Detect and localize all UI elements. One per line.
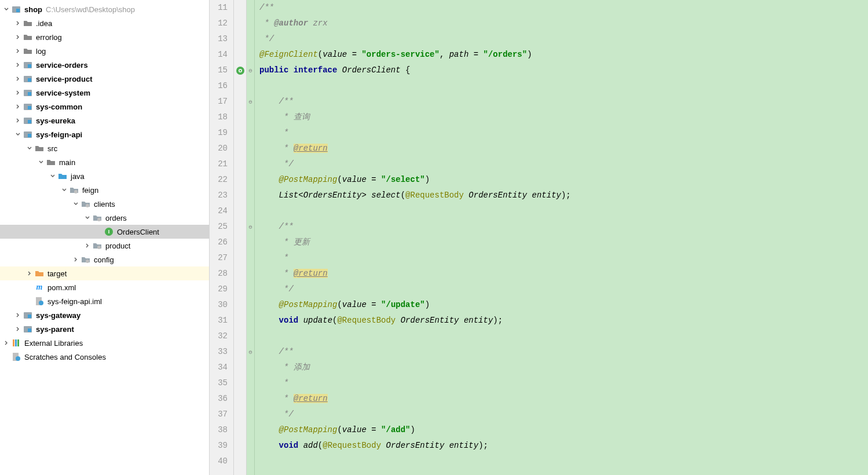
chevron-right-icon[interactable] [14, 75, 22, 83]
code-line[interactable] [255, 454, 868, 469]
tree-item-feign[interactable]: feign [0, 183, 209, 197]
code-area[interactable]: /** * @author zrx */@FeignClient(value =… [255, 0, 868, 475]
tree-item-target[interactable]: target [0, 266, 209, 280]
code-line[interactable]: @PostMapping(value = "/update") [255, 297, 868, 313]
tree-item-orders[interactable]: orders [0, 211, 209, 225]
tree-item-label: config [94, 255, 114, 264]
line-number: 18 [210, 109, 228, 125]
tree-item-service-product[interactable]: service-product [0, 72, 209, 86]
tree-item-label: service-product [36, 75, 93, 83]
code-line[interactable]: /** [255, 94, 868, 109]
tree-item-log[interactable]: log [0, 44, 209, 58]
tree-item-sys-gateway[interactable]: sys-gateway [0, 308, 209, 322]
code-line[interactable]: * @return [255, 266, 868, 282]
code-line[interactable]: */ [255, 156, 868, 172]
code-line[interactable]: void add(@RequestBody OrdersEntity entit… [255, 438, 868, 454]
code-line[interactable]: void update(@RequestBody OrdersEntity en… [255, 313, 868, 328]
tree-item-sys-parent[interactable]: sys-parent [0, 322, 209, 336]
tree-item-java[interactable]: java [0, 169, 209, 183]
fold-mark[interactable]: ⊖ [247, 344, 254, 360]
fold-mark [247, 235, 254, 250]
chevron-right-icon[interactable] [72, 255, 80, 264]
code-line[interactable]: /** [255, 0, 868, 16]
code-line[interactable]: */ [255, 31, 868, 47]
tree-item-service-system[interactable]: service-system [0, 86, 209, 100]
tree-item--idea[interactable]: .idea [0, 16, 209, 30]
code-line[interactable]: List<OrdersEntity> select(@RequestBody O… [255, 188, 868, 203]
code-line[interactable]: * @author zrx [255, 16, 868, 31]
chevron-down-icon[interactable] [83, 214, 91, 222]
gutter-icon-slot [234, 0, 246, 16]
tree-item-main[interactable]: main [0, 155, 209, 169]
fold-mark [247, 266, 254, 282]
chevron-right-icon[interactable] [14, 47, 22, 55]
chevron-right-icon[interactable] [14, 89, 22, 97]
tree-item-pom-xml[interactable]: mpom.xml [0, 280, 209, 294]
gutter-icons[interactable] [234, 0, 247, 475]
chevron-right-icon[interactable] [14, 325, 22, 333]
tree-item-external-libraries[interactable]: External Libraries [0, 336, 209, 350]
code-line[interactable]: * @return [255, 391, 868, 407]
code-line[interactable]: @PostMapping(value = "/select") [255, 172, 868, 188]
code-line[interactable]: /** [255, 219, 868, 235]
tree-item-label: orders [105, 214, 127, 222]
fold-mark[interactable]: ⊖ [247, 219, 254, 235]
tree-item-sys-eureka[interactable]: sys-eureka [0, 114, 209, 127]
tree-item-clients[interactable]: clients [0, 197, 209, 211]
tree-item-config[interactable]: config [0, 253, 209, 266]
chevron-right-icon[interactable] [14, 103, 22, 111]
tree-item-shop[interactable]: shopC:\Users\wd\Desktop\shop [0, 2, 209, 16]
chevron-right-icon[interactable] [2, 339, 10, 347]
tree-item-src[interactable]: src [0, 141, 209, 155]
chevron-down-icon[interactable] [2, 5, 10, 13]
package-icon [81, 199, 90, 209]
tree-item-service-orders[interactable]: service-orders [0, 58, 209, 72]
code-line[interactable]: * 更新 [255, 235, 868, 250]
code-line[interactable]: * [255, 125, 868, 141]
code-line[interactable] [255, 203, 868, 219]
code-line[interactable]: * 添加 [255, 360, 868, 375]
gutter-icon-slot [234, 454, 246, 469]
chevron-right-icon[interactable] [14, 33, 22, 41]
code-line[interactable]: * @return [255, 141, 868, 156]
tree-item-scratches-and-consoles[interactable]: Scratches and Consoles [0, 350, 209, 364]
tree-item-product[interactable]: product [0, 239, 209, 253]
code-line[interactable]: @FeignClient(value = "orders-service", p… [255, 47, 868, 63]
fold-gutter[interactable]: ⊖⊖⊖⊖ [247, 0, 255, 475]
tree-item-sys-feign-api[interactable]: sys-feign-api [0, 127, 209, 141]
code-line[interactable]: * [255, 375, 868, 391]
code-line[interactable]: * [255, 250, 868, 266]
chevron-right-icon[interactable] [83, 242, 91, 250]
code-line[interactable] [255, 78, 868, 94]
chevron-down-icon[interactable] [25, 144, 34, 152]
chevron-right-icon[interactable] [14, 61, 22, 69]
chevron-down-icon[interactable] [49, 172, 57, 180]
chevron-right-icon[interactable] [14, 116, 22, 125]
code-line[interactable]: */ [255, 282, 868, 297]
chevron-down-icon[interactable] [37, 158, 45, 166]
chevron-down-icon[interactable] [72, 200, 80, 208]
fold-mark[interactable]: ⊖ [247, 63, 254, 78]
project-tree-panel[interactable]: shopC:\Users\wd\Desktop\shop.ideaerrorlo… [0, 0, 210, 475]
gutter-icon-slot[interactable] [234, 63, 246, 78]
tree-item-sys-feign-api-iml[interactable]: sys-feign-api.iml [0, 294, 209, 308]
code-line[interactable] [255, 328, 868, 344]
code-line[interactable]: public interface OrdersClient { [255, 63, 868, 78]
code-line[interactable]: * 查询 [255, 109, 868, 125]
chevron-down-icon[interactable] [14, 130, 22, 138]
tree-item-label: target [47, 269, 67, 278]
code-line[interactable]: @PostMapping(value = "/add") [255, 422, 868, 438]
code-line[interactable]: */ [255, 407, 868, 422]
code-line[interactable]: /** [255, 344, 868, 360]
chevron-right-icon[interactable] [14, 311, 22, 319]
tree-item-ordersclient[interactable]: IOrdersClient [0, 225, 209, 239]
tree-item-sys-common[interactable]: sys-common [0, 100, 209, 114]
chevron-right-icon[interactable] [14, 19, 22, 27]
code-editor[interactable]: 1112131415161718192021222324252627282930… [210, 0, 868, 475]
chevron-down-icon[interactable] [60, 186, 68, 194]
tree-item-errorlog[interactable]: errorlog [0, 30, 209, 44]
gutter-icon-slot [234, 328, 246, 344]
chevron-right-icon[interactable] [25, 269, 34, 277]
fold-mark[interactable]: ⊖ [247, 94, 254, 109]
implemented-icon[interactable] [236, 67, 244, 75]
